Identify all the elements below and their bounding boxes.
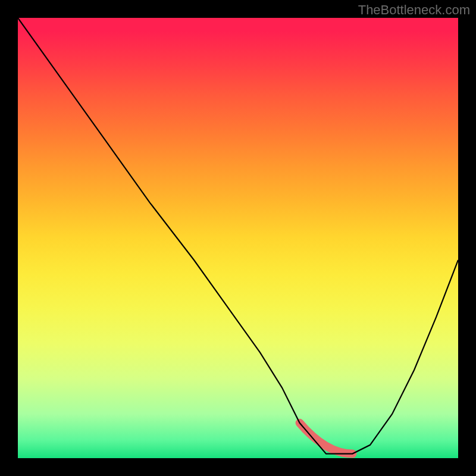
- chart-svg: [18, 18, 458, 458]
- optimal-range-highlight: [300, 423, 353, 454]
- watermark-text: TheBottleneck.com: [358, 2, 470, 18]
- bottleneck-curve: [18, 18, 458, 454]
- plot-area: [18, 18, 458, 458]
